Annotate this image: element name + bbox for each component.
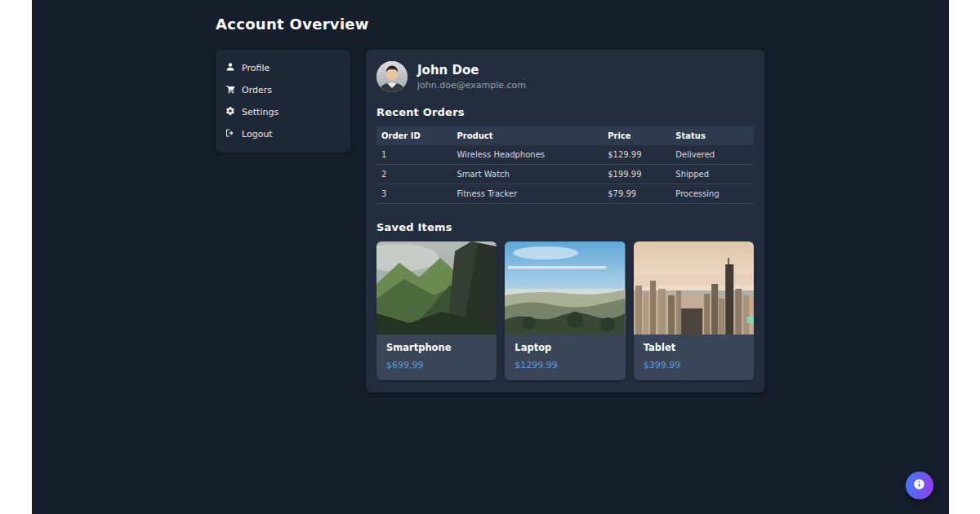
account-page: Account Overview Profile Orders [32,0,949,514]
product-cell: Wireless Headphones [452,145,603,165]
main-layout: Profile Orders Settings [216,50,764,392]
saved-item-card-laptop[interactable]: Laptop $1299.99 [505,241,625,380]
page-title: Account Overview [216,16,764,33]
orders-table: Order ID Product Price Status 1 Wireless… [376,126,754,204]
cart-icon [225,84,235,96]
saved-item-price: $399.99 [644,360,744,370]
card-body: Tablet $399.99 [634,335,754,380]
table-row: 2 Smart Watch $199.99 Shipped [376,165,754,184]
sidebar-item-label: Logout [242,129,273,140]
sidebar-item-profile[interactable]: Profile [225,57,341,79]
saved-item-price: $699.99 [386,360,487,370]
user-identity: John Doe john.doe@example.com [417,63,526,91]
gear-icon [225,106,235,118]
status-cell: Delivered [670,145,754,165]
order-id-cell: 1 [376,145,452,165]
sidebar-item-settings[interactable]: Settings [225,101,341,123]
order-id-cell: 3 [376,184,452,204]
price-cell: $199.99 [603,165,670,184]
info-icon [913,478,925,493]
account-panel: John Doe john.doe@example.com Recent Ord… [366,50,764,392]
avatar [376,61,408,92]
sidebar: Profile Orders Settings [216,50,350,153]
sidebar-item-label: Orders [242,85,272,95]
card-body: Laptop $1299.99 [505,335,625,380]
sky-valley-landscape-image [505,241,625,335]
saved-item-card-smartphone[interactable]: Smartphone $699.99 [376,241,497,380]
product-cell: Smart Watch [452,165,603,184]
user-name: John Doe [417,63,526,78]
recent-orders-heading: Recent Orders [376,106,754,118]
saved-item-price: $1299.99 [514,360,615,370]
column-header-order-id: Order ID [376,126,452,145]
card-body: Smartphone $699.99 [376,335,497,380]
product-cell: Fitness Tracker [452,184,603,204]
user-email: john.doe@example.com [417,80,526,91]
sidebar-item-orders[interactable]: Orders [225,79,341,101]
orders-header-row: Order ID Product Price Status [376,126,754,145]
column-header-price: Price [603,126,670,145]
table-row: 1 Wireless Headphones $129.99 Delivered [376,145,754,165]
column-header-product: Product [452,126,603,145]
content-container: Account Overview Profile Orders [216,0,764,392]
sidebar-item-label: Settings [242,107,278,117]
saved-item-name: Laptop [514,342,615,353]
status-cell: Shipped [670,165,754,184]
saved-item-card-tablet[interactable]: Tablet $399.99 [634,241,754,380]
price-cell: $79.99 [603,184,670,204]
logout-icon [225,128,235,140]
mountain-landscape-image [376,241,497,335]
sidebar-item-logout[interactable]: Logout [225,123,341,145]
status-cell: Processing [670,184,754,204]
order-id-cell: 2 [376,165,452,184]
saved-item-name: Tablet [644,342,744,353]
saved-item-name: Smartphone [386,342,487,353]
info-fab-button[interactable] [906,472,933,499]
user-icon [225,62,235,74]
saved-items-grid: Smartphone $699.99 [376,241,754,380]
price-cell: $129.99 [603,145,670,165]
column-header-status: Status [670,126,754,145]
user-summary: John Doe john.doe@example.com [376,61,754,92]
table-row: 3 Fitness Tracker $79.99 Processing [376,184,754,204]
sidebar-item-label: Profile [242,63,270,73]
city-skyline-image [634,241,754,335]
saved-items-heading: Saved Items [376,221,754,233]
